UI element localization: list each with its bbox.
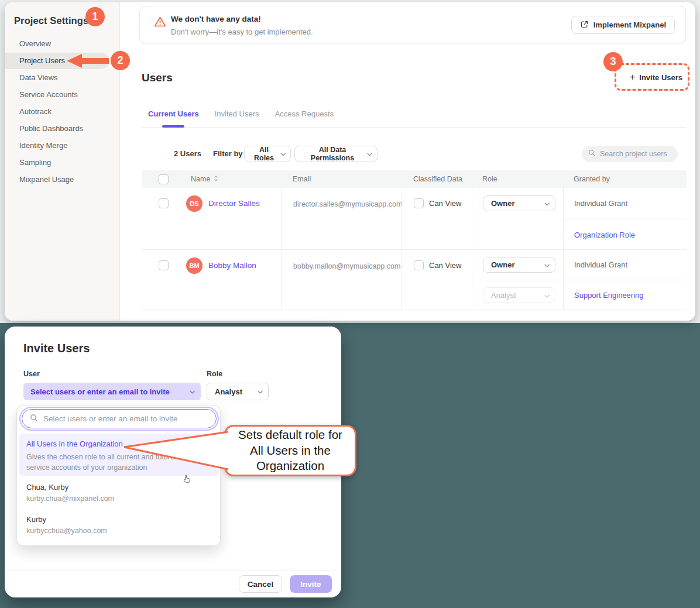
row-checkbox[interactable] <box>159 260 169 270</box>
avatar: BM <box>186 257 203 274</box>
can-view-label: Can View <box>429 261 461 270</box>
search-icon <box>588 149 596 159</box>
user-field-label: User <box>23 370 40 378</box>
role-select[interactable]: Owner <box>483 257 555 273</box>
annotation-arrow-left-icon <box>67 54 109 68</box>
can-view-checkbox[interactable] <box>414 260 424 270</box>
user-email: director.salles@mymusicapp.com <box>281 188 402 250</box>
chevron-down-icon <box>544 201 549 205</box>
search-input[interactable] <box>600 150 670 158</box>
user-name-link[interactable]: Bobby Mallon <box>208 261 256 270</box>
chevron-down-icon <box>367 151 372 156</box>
option-user-email: kurby.chua@mixpanel.com <box>26 494 114 503</box>
cancel-button[interactable]: Cancel <box>239 575 282 593</box>
warning-icon <box>154 16 166 30</box>
chevron-down-icon <box>190 389 194 393</box>
table-header: Name Email Classified Data Role Granted … <box>142 170 687 188</box>
option-user[interactable]: Kurby kurbycchua@yahoo.com <box>26 515 107 535</box>
external-link-icon <box>580 20 589 30</box>
table-row: DS Director Salles director.salles@mymus… <box>142 188 687 250</box>
column-header-granted-by: Granted by <box>563 170 687 188</box>
avatar: DS <box>186 195 203 212</box>
user-name-link[interactable]: Director Salles <box>208 199 260 208</box>
role-select-disabled: Analyst <box>483 287 555 303</box>
sidebar-item-data-views[interactable]: Data Views <box>5 70 109 86</box>
divider <box>204 148 204 160</box>
select-all-checkbox[interactable] <box>159 174 169 184</box>
chevron-down-icon <box>280 151 285 156</box>
filter-by-label: Filter by <box>213 149 243 158</box>
banner-title: We don't have any data! <box>171 15 261 23</box>
sidebar-item-sampling[interactable]: Sampling <box>5 154 109 171</box>
dropdown-search <box>22 409 217 428</box>
granted-by-link[interactable]: Support Engineering <box>574 291 644 300</box>
annotation-step-3: 3 <box>603 52 623 71</box>
search-project-users <box>582 146 678 162</box>
tab-current-users[interactable]: Current Users <box>148 103 199 128</box>
option-user-name: Kurby <box>26 515 107 524</box>
sidebar-item-overview[interactable]: Overview <box>5 36 109 52</box>
tab-invited-users[interactable]: Invited Users <box>215 103 259 128</box>
chevron-down-icon <box>258 389 262 393</box>
table-row: BM Bobby Mallon bobby.mallon@mymusicapp.… <box>142 250 687 310</box>
granted-by-link[interactable]: Organization Role <box>574 231 635 239</box>
can-view-checkbox[interactable] <box>414 198 424 208</box>
page-title: Project Settings <box>14 15 88 26</box>
user-email: bobby.mallon@mymusicapp.com <box>281 250 402 310</box>
permissions-filter-select[interactable]: All Data Permissions <box>294 146 378 162</box>
role-select[interactable]: Owner <box>483 195 555 211</box>
sidebar-item-autotrack[interactable]: Autotrack <box>5 104 109 120</box>
cursor-hand-icon <box>182 473 193 486</box>
user-select-value: Select users or enter an email to invite <box>30 387 170 396</box>
row-checkbox[interactable] <box>159 198 169 208</box>
option-user-name: Chua, Kurby <box>26 483 114 492</box>
divider <box>5 571 341 571</box>
role-field-label: Role <box>207 370 222 378</box>
granted-by-value: Individual Grant <box>574 199 627 208</box>
screenshot-root: Project Settings Overview Project Users … <box>0 0 700 608</box>
settings-sidebar: Project Settings Overview Project Users … <box>5 2 120 321</box>
no-data-banner: We don't have any data! Don't worry—it's… <box>139 6 686 43</box>
chevron-down-icon <box>544 262 549 267</box>
dropdown-search-input[interactable] <box>43 414 207 423</box>
sort-icon <box>214 175 218 184</box>
implement-mixpanel-button[interactable]: Implement Mixpanel <box>571 16 675 34</box>
annotation-highlight-box <box>615 63 689 91</box>
users-table: Name Email Classified Data Role Granted … <box>142 170 687 310</box>
project-settings-window: Project Settings Overview Project Users … <box>5 2 695 321</box>
callout-tail <box>121 427 229 474</box>
annotation-step-1: 1 <box>85 7 105 26</box>
granted-by-value: Individual Grant <box>574 260 627 269</box>
permissions-filter-value: All Data Permissions <box>302 146 363 162</box>
roles-filter-select[interactable]: All Roles <box>244 146 291 162</box>
sidebar-item-service-accounts[interactable]: Service Accounts <box>5 87 109 103</box>
sidebar-item-public-dashboards[interactable]: Public Dashboards <box>5 121 109 137</box>
column-header-role: Role <box>472 170 563 188</box>
option-user[interactable]: Chua, Kurby kurby.chua@mixpanel.com <box>26 483 114 503</box>
column-header-email: Email <box>281 170 402 188</box>
column-header-classified-data: Classified Data <box>402 170 472 188</box>
column-header-name[interactable]: Name <box>185 170 281 188</box>
role-select-control[interactable]: Analyst <box>207 383 269 400</box>
tab-access-requests[interactable]: Access Requests <box>275 103 334 128</box>
roles-filter-value: All Roles <box>252 146 276 162</box>
invite-button[interactable]: Invite <box>290 575 332 593</box>
callout-bubble: Sets default role for All Users in the O… <box>224 425 356 476</box>
search-icon <box>29 413 39 425</box>
users-section-title: Users <box>142 71 173 84</box>
sidebar-item-mixpanel-usage[interactable]: Mixpanel Usage <box>5 171 109 188</box>
chevron-down-icon <box>544 293 549 297</box>
user-count: 2 Users <box>174 149 201 158</box>
option-user-email: kurbycchua@yahoo.com <box>26 527 107 535</box>
banner-subtitle: Don't worry—it's easy to get implemented… <box>171 28 313 36</box>
can-view-label: Can View <box>429 199 461 208</box>
users-tabs: Current Users Invited Users Access Reque… <box>142 103 687 128</box>
role-select-value: Analyst <box>215 387 242 396</box>
annotation-step-2: 2 <box>111 51 130 70</box>
implement-mixpanel-label: Implement Mixpanel <box>593 20 666 29</box>
sidebar-item-identity-merge[interactable]: Identity Merge <box>5 138 109 154</box>
modal-title: Invite Users <box>23 342 90 355</box>
user-select-dropdown: All Users in the Organization Gives the … <box>16 405 221 546</box>
user-select-control[interactable]: Select users or enter an email to invite <box>23 383 201 400</box>
